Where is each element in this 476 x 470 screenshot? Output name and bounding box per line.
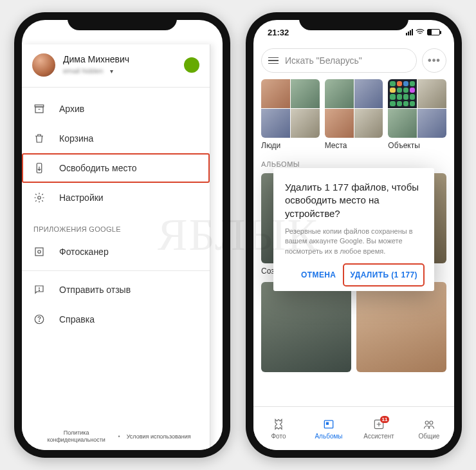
tab-photos[interactable]: Фото xyxy=(253,407,304,450)
category-label: Места xyxy=(325,141,383,150)
svg-rect-5 xyxy=(35,248,43,256)
trash-icon xyxy=(33,133,45,144)
section-google-apps: ПРИЛОЖЕНИЯ GOOGLE xyxy=(22,215,210,237)
menu-label: Отправить отзыв xyxy=(59,285,131,295)
menu-archive[interactable]: Архив xyxy=(22,94,210,124)
signal-icon xyxy=(406,29,413,35)
svg-point-6 xyxy=(38,250,41,254)
screen-left: Дима Михневич email hidden ▾ Ар xyxy=(22,20,223,450)
more-button[interactable]: ••• xyxy=(422,48,446,73)
category-label: Объекты xyxy=(388,141,446,150)
search-placeholder: Искать "Беларусь" xyxy=(285,55,362,66)
divider xyxy=(22,87,210,88)
account-name: Дима Михневич xyxy=(63,54,184,64)
menu-label: Настройки xyxy=(59,193,104,203)
tab-label: Общие xyxy=(419,433,440,440)
svg-point-14 xyxy=(425,421,428,424)
notch xyxy=(299,12,408,30)
album-item[interactable] xyxy=(261,282,351,372)
menu-label: Архив xyxy=(59,104,84,114)
feedback-icon xyxy=(33,284,45,296)
tab-assistant[interactable]: 11 Ассистент xyxy=(354,407,404,450)
menu-free-up-space[interactable]: Освободить место xyxy=(22,153,210,183)
albums-icon xyxy=(322,418,335,431)
wifi-icon xyxy=(416,29,425,35)
svg-point-8 xyxy=(39,290,40,291)
menu-label: Освободить место xyxy=(59,163,137,173)
menu-help[interactable]: Справка xyxy=(22,305,210,334)
chevron-down-icon[interactable]: ▾ xyxy=(110,68,113,75)
svg-point-15 xyxy=(430,421,433,424)
search-input[interactable]: Искать "Беларусь" xyxy=(261,48,417,73)
account-email: email hidden xyxy=(63,67,103,75)
status-time: 21:32 xyxy=(268,28,289,37)
notch xyxy=(68,12,177,30)
footer-links: Политика конфиденциальности • Условия ис… xyxy=(22,429,210,444)
tab-shared[interactable]: Общие xyxy=(404,407,454,450)
screen-right: 21:32 Искать "Беларусь" ••• Люди xyxy=(253,20,454,450)
cancel-button[interactable]: ОТМЕНА xyxy=(296,265,341,285)
free-space-dialog: Удалить 1 177 файлов, чтобы освободить м… xyxy=(273,168,434,291)
menu-settings[interactable]: Настройки xyxy=(22,183,210,212)
account-row[interactable]: Дима Михневич email hidden ▾ xyxy=(22,44,210,83)
avatar xyxy=(32,53,55,77)
tab-label: Альбомы xyxy=(315,433,342,440)
account-badge-icon[interactable] xyxy=(184,57,199,73)
hamburger-icon[interactable] xyxy=(268,57,279,64)
category-label: Люди xyxy=(261,141,320,150)
svg-point-4 xyxy=(38,196,41,200)
photo-icon xyxy=(272,418,285,431)
tab-label: Ассистент xyxy=(363,433,394,440)
nav-drawer: Дима Михневич email hidden ▾ Ар xyxy=(22,44,210,450)
scanner-icon xyxy=(33,246,45,258)
menu-photoscanner[interactable]: Фотосканер xyxy=(22,237,210,267)
divider xyxy=(22,270,210,271)
menu-label: Справка xyxy=(59,314,95,324)
tab-label: Фото xyxy=(271,433,286,440)
phone-right: 21:32 Искать "Беларусь" ••• Люди xyxy=(246,12,462,458)
svg-rect-1 xyxy=(35,107,43,113)
archive-icon xyxy=(33,103,45,115)
phone-storage-icon xyxy=(33,162,45,174)
delete-button[interactable]: УДАЛИТЬ (1 177) xyxy=(345,265,423,285)
phone-left: Дима Михневич email hidden ▾ Ар xyxy=(14,12,230,458)
shared-icon xyxy=(423,418,435,431)
terms-link[interactable]: Условия использования xyxy=(127,433,191,440)
tab-albums[interactable]: Альбомы xyxy=(304,407,354,450)
battery-icon xyxy=(427,29,440,35)
menu-feedback[interactable]: Отправить отзыв xyxy=(22,275,210,305)
dialog-title: Удалить 1 177 файлов, чтобы освободить м… xyxy=(285,181,423,220)
menu-label: Корзина xyxy=(59,133,93,144)
album-item[interactable] xyxy=(356,282,446,372)
help-icon xyxy=(33,314,45,325)
category-places[interactable]: Места xyxy=(325,79,383,150)
menu-trash[interactable]: Корзина xyxy=(22,124,210,153)
privacy-link[interactable]: Политика конфиденциальности xyxy=(41,429,112,444)
category-objects[interactable]: Объекты xyxy=(388,79,446,150)
dot-separator: • xyxy=(118,433,120,440)
dialog-body: Резервные копии файлов сохранены в вашем… xyxy=(285,227,423,256)
menu-label: Фотосканер xyxy=(59,247,109,257)
gear-icon xyxy=(33,192,45,203)
svg-point-10 xyxy=(39,321,40,322)
svg-rect-12 xyxy=(326,422,329,424)
tab-bar: Фото Альбомы 11 Ассистент Общие xyxy=(253,406,454,450)
assistant-badge: 11 xyxy=(380,416,390,423)
category-people[interactable]: Люди xyxy=(261,79,320,150)
